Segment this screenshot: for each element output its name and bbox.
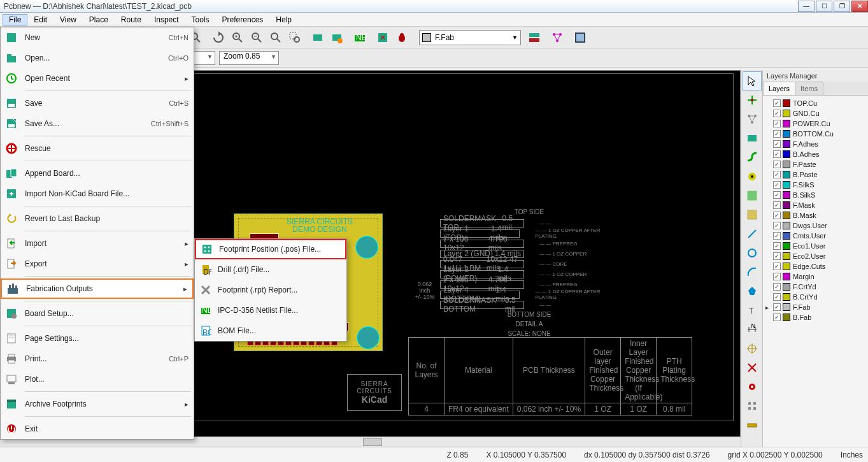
route-track-icon[interactable]	[743, 148, 762, 167]
layer-row-gnd-cu[interactable]: ▸✓GND.Cu	[764, 108, 867, 119]
layer-visibility-checkbox[interactable]: ✓	[773, 201, 781, 209]
layer-row-b-fab[interactable]: ▸✓B.Fab	[764, 312, 867, 322]
layer-visibility-checkbox[interactable]: ✓	[773, 140, 781, 148]
menu-edit[interactable]: Edit	[27, 14, 53, 25]
file-menu-fabrication-outputs[interactable]: Fabrication Outputs▸	[1, 278, 194, 299]
scripting-icon[interactable]	[571, 28, 590, 47]
menu-tools[interactable]: Tools	[185, 14, 216, 25]
layer-row-f-silks[interactable]: ▸✓F.SilkS	[764, 180, 867, 190]
menu-preferences[interactable]: Preferences	[216, 14, 270, 25]
layer-color-swatch[interactable]	[783, 110, 790, 117]
file-menu-save-as-[interactable]: Save As...Ctrl+Shift+S	[1, 113, 194, 134]
layer-row-b-crtyd[interactable]: ▸✓B.CrtYd	[764, 292, 867, 302]
layers-tab-layers[interactable]: Layers	[763, 82, 795, 95]
layer-visibility-checkbox[interactable]: ✓	[773, 110, 781, 117]
select-tool-icon[interactable]	[743, 71, 762, 90]
layer-visibility-checkbox[interactable]: ✓	[773, 191, 781, 199]
file-menu-revert-to-last-backup[interactable]: Revert to Last Backup	[1, 208, 194, 229]
layer-color-swatch[interactable]	[783, 303, 790, 311]
add-text-icon[interactable]: T	[743, 301, 762, 320]
footprint-icon[interactable]	[308, 28, 327, 47]
bug-icon[interactable]	[392, 28, 411, 47]
fab-submenu-footprint-rpt-report-[interactable]: Footprint (.rpt) Report...	[195, 280, 346, 300]
menu-file[interactable]: File	[3, 14, 27, 25]
menu-route[interactable]: Route	[115, 14, 148, 25]
highlight-net-icon[interactable]	[743, 90, 762, 110]
layer-row-eco2-user[interactable]: ▸✓Eco2.User	[764, 251, 867, 261]
add-footprint-icon[interactable]	[743, 129, 762, 148]
layer-row-power-cu[interactable]: ▸✓POWER.Cu	[764, 119, 867, 129]
layer-row-bottom-cu[interactable]: ▸✓BOTTOM.Cu	[764, 129, 867, 139]
file-menu-board-setup-[interactable]: Board Setup...	[1, 303, 194, 324]
refresh-icon[interactable]	[209, 28, 228, 47]
zoom-select[interactable]: Zoom 0.85	[219, 51, 279, 65]
zoom-in-icon[interactable]	[228, 28, 247, 47]
layer-row-cmts-user[interactable]: ▸✓Cmts.User	[764, 231, 867, 241]
add-zone-icon[interactable]	[743, 186, 762, 205]
layer-color-swatch[interactable]	[783, 191, 790, 199]
layer-row-b-mask[interactable]: ▸✓B.Mask	[764, 210, 867, 220]
layer-row-b-silks[interactable]: ▸✓B.SilkS	[764, 190, 867, 200]
layer-row-top-cu[interactable]: ▸✓TOP.Cu	[764, 98, 867, 108]
layer-visibility-checkbox[interactable]: ✓	[773, 314, 781, 321]
layer-visibility-checkbox[interactable]: ✓	[773, 263, 781, 270]
layer-color-swatch[interactable]	[783, 212, 790, 219]
file-menu-import[interactable]: Import▸	[1, 233, 194, 254]
menu-help[interactable]: Help	[269, 14, 298, 25]
layer-visibility-checkbox[interactable]: ✓	[773, 252, 781, 260]
layer-row-f-fab[interactable]: ▸✓F.Fab	[764, 302, 867, 312]
layer-visibility-checkbox[interactable]: ✓	[773, 181, 781, 189]
grid-origin-icon[interactable]	[743, 396, 762, 415]
layer-row-edge-cuts[interactable]: ▸✓Edge.Cuts	[764, 261, 867, 271]
layer-color-swatch[interactable]	[783, 283, 790, 291]
file-menu-page-settings-[interactable]: Page Settings...	[1, 328, 194, 349]
menu-place[interactable]: Place	[83, 14, 115, 25]
layer-row-margin[interactable]: ▸✓Margin	[764, 271, 867, 282]
minimize-button[interactable]: —	[798, 1, 815, 12]
file-menu-exit[interactable]: Exit	[1, 419, 194, 439]
layer-row-dwgs-user[interactable]: ▸✓Dwgs.User	[764, 220, 867, 231]
layer-color-swatch[interactable]	[783, 120, 790, 127]
draw-line-icon[interactable]	[743, 224, 762, 243]
zoom-fit-icon[interactable]	[266, 28, 285, 47]
fab-submenu-bom-file-[interactable]: BOMBOM File...	[195, 321, 346, 341]
layer-pair-icon[interactable]	[525, 28, 544, 47]
drc-icon[interactable]: ✕	[373, 28, 392, 47]
file-menu-rescue[interactable]: Rescue	[1, 138, 194, 159]
local-ratsnest-icon[interactable]	[743, 110, 762, 129]
layer-row-b-paste[interactable]: ▸✓B.Paste	[764, 170, 867, 180]
layer-row-eco1-user[interactable]: ▸✓Eco1.User	[764, 241, 867, 251]
draw-arc-icon[interactable]	[743, 263, 762, 282]
layer-visibility-checkbox[interactable]: ✓	[773, 130, 781, 138]
add-keepout-icon[interactable]	[743, 205, 762, 224]
file-menu-append-board-[interactable]: Append Board...	[1, 163, 194, 184]
menu-view[interactable]: View	[53, 14, 83, 25]
layer-visibility-checkbox[interactable]: ✓	[773, 150, 781, 158]
set-origin-icon[interactable]	[743, 377, 762, 396]
layer-color-swatch[interactable]	[783, 130, 790, 138]
layer-visibility-checkbox[interactable]: ✓	[773, 273, 781, 280]
layers-tab-items[interactable]: Items	[795, 82, 823, 95]
place-target-icon[interactable]	[743, 339, 762, 358]
file-menu-archive-footprints[interactable]: Archive Footprints▸	[1, 394, 194, 414]
layer-color-swatch[interactable]	[783, 99, 790, 107]
layer-row-b-adhes[interactable]: ▸✓B.Adhes	[764, 149, 867, 159]
layer-select[interactable]: F.Fab ▼	[419, 30, 521, 45]
fab-submenu-ipc-d-netlist-file-[interactable]: NETIPC-D-356 Netlist File...	[195, 300, 346, 321]
layer-visibility-checkbox[interactable]: ✓	[773, 171, 781, 178]
layer-visibility-checkbox[interactable]: ✓	[773, 161, 781, 168]
layer-visibility-checkbox[interactable]: ✓	[773, 222, 781, 229]
add-via-icon[interactable]	[743, 167, 762, 186]
file-menu-plot-[interactable]: Plot...	[1, 369, 194, 389]
file-menu-open-recent[interactable]: Open Recent▸	[1, 68, 194, 89]
layer-color-swatch[interactable]	[783, 232, 790, 240]
ratsnest-icon[interactable]	[548, 28, 567, 47]
layer-color-swatch[interactable]	[783, 150, 790, 158]
layer-visibility-checkbox[interactable]: ✓	[773, 120, 781, 127]
zoom-selection-icon[interactable]	[285, 28, 304, 47]
layer-visibility-checkbox[interactable]: ✓	[773, 212, 781, 219]
layer-color-swatch[interactable]	[783, 314, 790, 321]
layer-visibility-checkbox[interactable]: ✓	[773, 293, 781, 301]
menu-inspect[interactable]: Inspect	[148, 14, 185, 25]
layer-color-swatch[interactable]	[783, 181, 790, 189]
